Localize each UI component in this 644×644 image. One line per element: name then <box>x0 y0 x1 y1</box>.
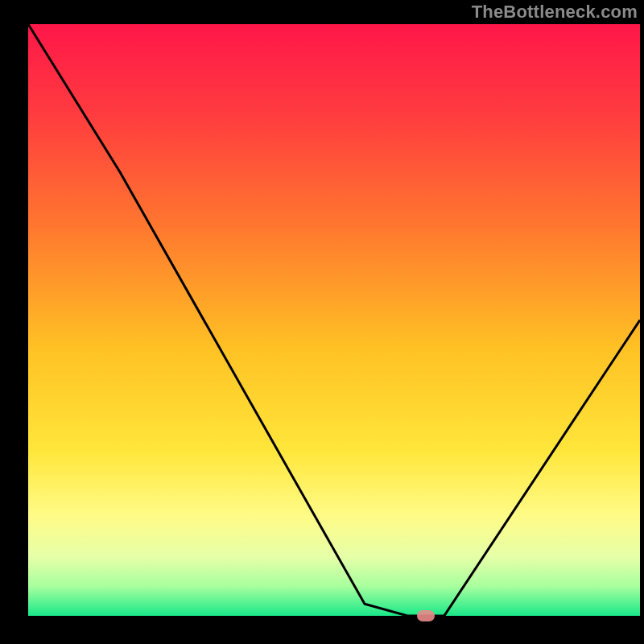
chart-svg <box>28 24 640 616</box>
chart-container: TheBottleneck.com <box>0 0 644 644</box>
plot-area <box>28 24 640 616</box>
gradient-background <box>28 24 640 616</box>
watermark-text: TheBottleneck.com <box>472 2 638 23</box>
optimal-marker <box>417 610 435 621</box>
